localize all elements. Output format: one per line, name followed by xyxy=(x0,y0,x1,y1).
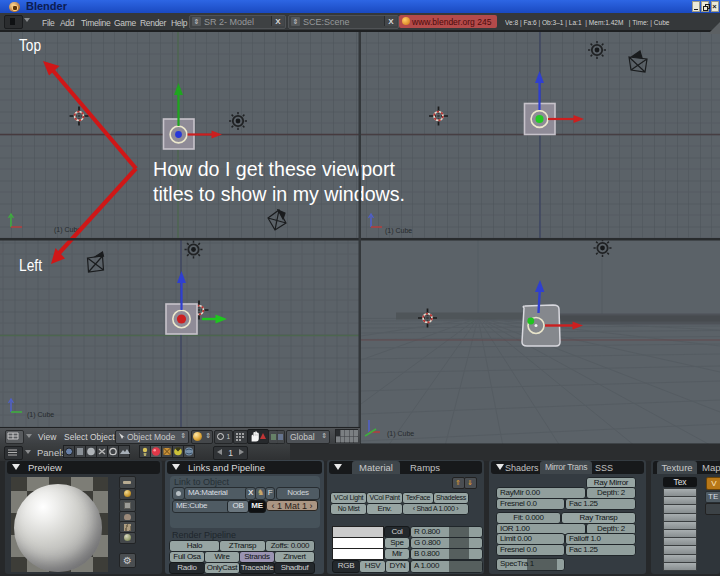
svg-text:(1) Cube: (1) Cube xyxy=(27,411,54,419)
svg-text:titles to show in my windows.: titles to show in my windows. xyxy=(153,183,405,205)
svg-text:(1) Cube: (1) Cube xyxy=(385,227,412,235)
svg-text:(1) Cube: (1) Cube xyxy=(387,430,414,438)
svg-text:Top: Top xyxy=(19,36,41,54)
svg-text:Left: Left xyxy=(19,256,42,274)
